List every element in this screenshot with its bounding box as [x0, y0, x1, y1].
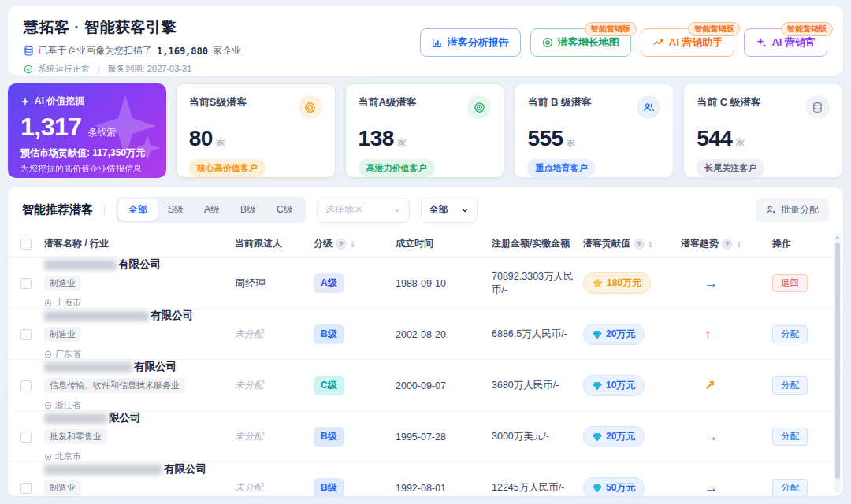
- service-expiry: 服务到期: 2027-03-31: [108, 63, 191, 75]
- help-icon[interactable]: ?: [722, 239, 733, 250]
- sort-icon[interactable]: ▲▼: [736, 240, 741, 248]
- col-action: 操作: [772, 237, 843, 250]
- grade-segmented-control: 全部 S级 A级 B级 C级: [116, 197, 306, 223]
- grade-badge: C级: [314, 376, 344, 395]
- ai-officer-button[interactable]: 智能营销版 AI 营销官: [744, 28, 827, 57]
- row-checkbox[interactable]: [20, 278, 32, 289]
- company-cell: 有限公司 信息传输、软件和信息技术服务业 浙江省: [44, 360, 235, 411]
- segment-c[interactable]: C级: [266, 199, 303, 220]
- sparkle-icon: [756, 37, 767, 48]
- c-grade-card: 当前 C 级潜客 544家 长尾关注客户: [683, 83, 843, 178]
- sort-icon[interactable]: ▲▼: [350, 240, 355, 248]
- a-card-unit: 家: [397, 137, 407, 148]
- s-card-count-row: 80家: [189, 126, 322, 151]
- location-label: 浙江省: [55, 399, 81, 411]
- segment-all[interactable]: 全部: [118, 199, 158, 220]
- industry-tag: 制造业: [44, 327, 81, 342]
- industry-tag: 制造业: [44, 480, 81, 495]
- b-grade-card: 当前 B 级潜客 555家 重点培育客户: [514, 83, 674, 178]
- table-row: 有限公司 制造业 广东省 未分配 B级 2002-08-20 6886.5万人民…: [8, 309, 843, 360]
- stats-row: AI 价值挖掘 1,317 条线索 预估市场贡献值: 117,350万元 为您挖…: [8, 83, 843, 178]
- help-icon[interactable]: ?: [336, 239, 347, 250]
- col-grade-label: 分级: [314, 237, 333, 250]
- a-card-count: 138: [359, 126, 394, 150]
- ai-assistant-button[interactable]: 智能营销版 AI 营销助手: [641, 28, 735, 57]
- location-icon: [44, 402, 52, 410]
- sort-icon[interactable]: ▲▼: [648, 240, 653, 248]
- ai-lead-count: 1,317: [20, 113, 82, 142]
- bar-chart-icon: [432, 37, 443, 48]
- scrollbar-thumb[interactable]: [835, 243, 840, 479]
- assign-button[interactable]: 分配: [772, 325, 808, 343]
- redacted-name: [44, 311, 149, 321]
- trend-arrow-icon: ↗: [681, 377, 772, 394]
- database-icon: [806, 95, 830, 119]
- filter-bar: 智能推荐潜客 全部 S级 A级 B级 C级 选择地区 全部: [8, 187, 843, 231]
- follower: 周经理: [235, 276, 314, 291]
- region-placeholder: 选择地区: [325, 203, 363, 217]
- industry-tag: 制造业: [44, 276, 81, 291]
- row-checkbox[interactable]: [20, 432, 32, 443]
- follower: 未分配: [235, 379, 314, 392]
- company-cell: 有限公司 制造业 广东省: [44, 309, 235, 360]
- ai-card-label: AI 价值挖掘: [35, 94, 84, 108]
- segment-s[interactable]: S级: [158, 199, 194, 220]
- page: 慧拓客 · 智能获客引擎 已基于企业画像为您扫描了 1,169,880 家企业 …: [0, 0, 851, 504]
- assign-button[interactable]: 分配: [772, 376, 808, 395]
- a-card-badge: 高潜力价值客户: [359, 159, 435, 177]
- a-grade-card: 当前A级潜客 138家 高潜力价值客户: [345, 83, 505, 178]
- scroll-up-icon[interactable]: ▲: [835, 235, 840, 239]
- segment-a[interactable]: A级: [194, 199, 230, 220]
- value-label: 20万元: [606, 328, 635, 341]
- company-cell: 限公司 批发和零售业 北京市: [44, 411, 235, 462]
- trend-line-icon: [652, 37, 664, 48]
- follower: 未分配: [235, 328, 314, 341]
- header-left: 慧拓客 · 智能获客引擎 已基于企业画像为您扫描了 1,169,880 家企业 …: [24, 17, 241, 66]
- help-icon[interactable]: ?: [634, 239, 645, 250]
- trend-arrow-icon: ↑: [681, 327, 772, 343]
- scan-suffix: 家企业: [213, 44, 241, 57]
- assign-button[interactable]: 分配: [772, 479, 808, 496]
- header-actions: 潜客分析报告 智能营销版 潜客增长地图 智能营销版 AI 营销助手 智能营销版: [420, 17, 827, 66]
- c-card-badge: 长尾关注客户: [697, 159, 764, 177]
- gem-icon: [593, 330, 602, 339]
- founded-date: 2000-09-07: [396, 380, 492, 391]
- assign-button[interactable]: 分配: [772, 428, 808, 446]
- report-button[interactable]: 潜客分析报告: [420, 28, 521, 57]
- row-checkbox[interactable]: [20, 483, 32, 494]
- growth-map-button[interactable]: 智能营销版 潜客增长地图: [530, 28, 631, 57]
- follower: 未分配: [235, 430, 314, 443]
- c-card-label: 当前 C 级潜客: [697, 95, 761, 109]
- row-checkbox[interactable]: [20, 380, 32, 391]
- value-badge: 50万元: [583, 477, 645, 496]
- company-name: 限公司: [109, 411, 141, 425]
- region-select[interactable]: 选择地区: [317, 198, 410, 223]
- vertical-scrollbar[interactable]: ▲: [834, 233, 841, 493]
- capital: 6886.5万人民币/-: [492, 328, 583, 341]
- select-all-checkbox[interactable]: [20, 239, 32, 250]
- s-card-unit: 家: [216, 137, 225, 148]
- capital: 70892.3303万人民币/-: [492, 270, 583, 297]
- founded-date: 1992-08-01: [396, 483, 492, 494]
- col-grade: 分级 ? ▲▼: [314, 237, 396, 250]
- industry-tag: 信息传输、软件和信息技术服务业: [44, 378, 185, 393]
- return-button[interactable]: 退回: [772, 274, 808, 292]
- redacted-name: [44, 465, 162, 475]
- users-icon: [637, 95, 660, 119]
- location-pin-icon: [542, 37, 553, 48]
- table-row: 有限公司 制造业 上海市 周经理 A级 1988-09-10 70892.330…: [8, 258, 843, 309]
- value-label: 10万元: [606, 379, 635, 392]
- row-checkbox[interactable]: [20, 329, 32, 340]
- gem-icon: [593, 381, 602, 391]
- segment-b[interactable]: B级: [230, 199, 266, 220]
- col-follower: 当前跟进人: [235, 237, 314, 250]
- redacted-name: [44, 260, 117, 270]
- report-button-label: 潜客分析报告: [448, 35, 509, 50]
- col-name: 潜客名称 / 行业: [44, 237, 235, 250]
- table-header: 潜客名称 / 行业 当前跟进人 分级 ? ▲▼ 成立时间 注册金额/实缴金额 潜…: [8, 231, 843, 258]
- value-badge: 20万元: [583, 426, 645, 447]
- edition-badge: 智能营销版: [781, 22, 833, 36]
- batch-assign-button[interactable]: 批量分配: [756, 198, 829, 222]
- company-name: 有限公司: [134, 360, 177, 374]
- status-select[interactable]: 全部: [421, 198, 478, 223]
